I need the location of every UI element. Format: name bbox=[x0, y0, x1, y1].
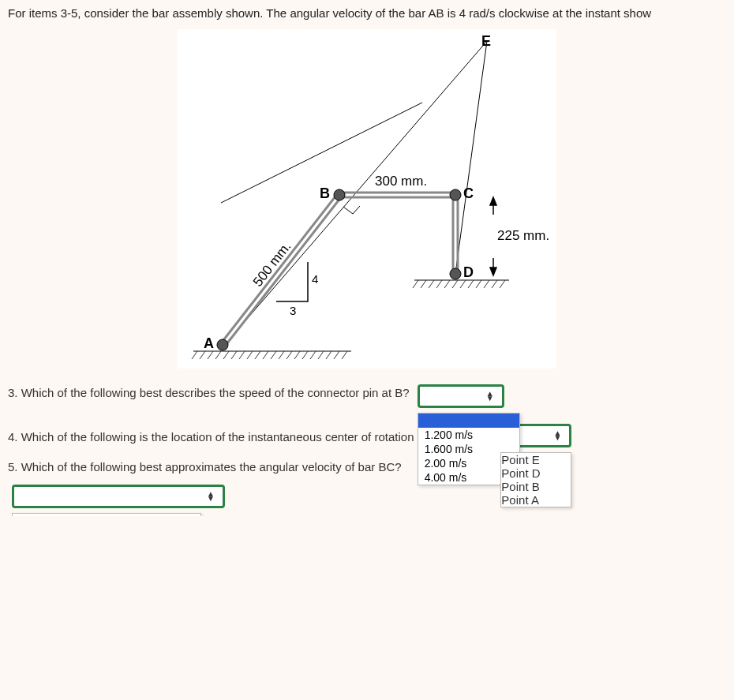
chevron-updown-icon: ▲▼ bbox=[486, 391, 494, 401]
q4-dropdown[interactable]: Point E Point D Point B Point A bbox=[500, 452, 571, 507]
chevron-updown-icon: ▲▼ bbox=[207, 492, 215, 501]
label-slope-run: 3 bbox=[290, 304, 296, 317]
svg-line-27 bbox=[294, 351, 300, 359]
svg-line-38 bbox=[436, 280, 442, 288]
svg-line-36 bbox=[421, 280, 426, 288]
q4-option[interactable]: Point E bbox=[501, 453, 571, 466]
intro-text: For items 3-5, consider the bar assembly… bbox=[0, 0, 734, 29]
svg-line-43 bbox=[476, 280, 481, 288]
svg-line-15 bbox=[200, 351, 205, 359]
svg-line-45 bbox=[492, 280, 497, 288]
svg-line-14 bbox=[192, 351, 197, 359]
question-4-row: 4. Which of the following is the locatio… bbox=[8, 424, 726, 447]
svg-line-32 bbox=[334, 351, 339, 359]
q4-option[interactable]: Point B bbox=[501, 480, 571, 493]
svg-point-11 bbox=[450, 189, 461, 200]
svg-line-23 bbox=[263, 351, 268, 359]
question-4-text: 4. Which of the following is the locatio… bbox=[8, 429, 474, 444]
label-D: D bbox=[463, 264, 474, 281]
svg-line-3 bbox=[221, 193, 338, 343]
diagram-container: E B C D A 300 mm. 225 mm. 500 mm. 3 4 bbox=[0, 29, 734, 376]
question-5-text: 5. Which of the following best approxima… bbox=[8, 459, 402, 474]
svg-line-46 bbox=[500, 280, 505, 288]
label-slope-rise: 4 bbox=[312, 272, 318, 286]
q5-dropdown[interactable]: 6.67 rad/s Clockwise 6.67 rad/s Counterc… bbox=[12, 513, 201, 516]
svg-line-24 bbox=[271, 351, 276, 359]
diagram-figure: E B C D A 300 mm. 225 mm. 500 mm. 3 4 bbox=[178, 29, 556, 369]
svg-line-25 bbox=[279, 351, 284, 359]
svg-line-30 bbox=[318, 351, 324, 359]
label-dim-bc: 300 mm. bbox=[375, 174, 427, 189]
svg-line-31 bbox=[326, 351, 331, 359]
svg-line-42 bbox=[468, 280, 474, 288]
svg-line-21 bbox=[247, 351, 253, 359]
question-3-row: 3. Which of the following best describes… bbox=[0, 376, 734, 416]
svg-point-9 bbox=[217, 339, 228, 350]
label-E: E bbox=[481, 33, 491, 50]
label-C: C bbox=[463, 185, 474, 202]
svg-line-40 bbox=[452, 280, 458, 288]
svg-line-20 bbox=[239, 351, 245, 359]
chevron-updown-icon: ▲▼ bbox=[553, 431, 561, 440]
q5-option[interactable]: 6.67 rad/s Clockwise bbox=[13, 514, 200, 516]
svg-line-35 bbox=[413, 280, 418, 288]
q3-select[interactable]: ▲▼ bbox=[418, 384, 504, 408]
svg-line-17 bbox=[215, 351, 221, 359]
svg-line-26 bbox=[286, 351, 292, 359]
svg-line-19 bbox=[231, 351, 237, 359]
question-5-row: 5. Which of the following best approxima… bbox=[8, 459, 726, 474]
svg-line-18 bbox=[223, 351, 229, 359]
svg-point-12 bbox=[450, 268, 461, 279]
svg-line-29 bbox=[310, 351, 316, 359]
q3-option[interactable]: 1.200 m/s bbox=[418, 428, 519, 442]
q5-select[interactable]: ▲▼ bbox=[12, 485, 225, 508]
label-dim-cd: 225 mm. bbox=[497, 228, 549, 244]
svg-line-4 bbox=[224, 197, 341, 347]
q4-option[interactable]: Point D bbox=[501, 466, 571, 480]
svg-line-16 bbox=[208, 351, 213, 359]
svg-line-33 bbox=[342, 351, 347, 359]
svg-line-0 bbox=[223, 41, 487, 347]
label-A: A bbox=[204, 335, 214, 352]
q3-blank-selected[interactable] bbox=[418, 414, 519, 428]
question-3-text: 3. Which of the following best describes… bbox=[8, 384, 410, 399]
q4-option[interactable]: Point A bbox=[501, 493, 571, 507]
svg-line-37 bbox=[429, 280, 434, 288]
svg-line-28 bbox=[302, 351, 308, 359]
svg-line-41 bbox=[460, 280, 466, 288]
svg-line-1 bbox=[455, 41, 487, 274]
label-B: B bbox=[320, 185, 330, 202]
svg-point-10 bbox=[334, 189, 345, 200]
svg-line-22 bbox=[255, 351, 260, 359]
svg-line-39 bbox=[444, 280, 450, 288]
svg-line-44 bbox=[484, 280, 489, 288]
